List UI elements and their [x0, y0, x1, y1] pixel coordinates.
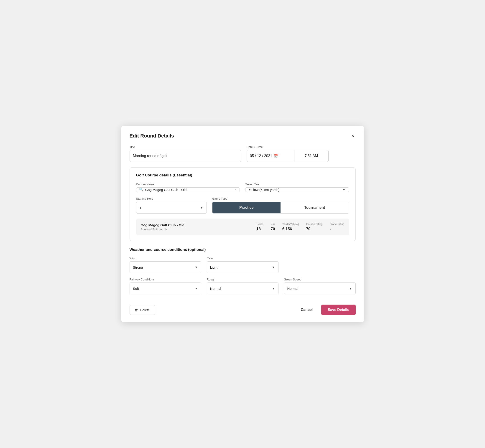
game-type-toggle: Practice Tournament: [212, 202, 349, 214]
date-input[interactable]: 05 / 12 / 2021 📅: [247, 150, 294, 162]
footer-divider: [121, 299, 364, 299]
time-value: 7:31 AM: [305, 154, 318, 158]
slope-rating-label: Slope rating: [330, 223, 344, 226]
par-value: 70: [271, 227, 275, 231]
rough-field: Rough Normal ▼: [207, 278, 278, 294]
title-field-group: Title: [129, 145, 241, 162]
rough-value: Normal: [210, 287, 221, 290]
footer-row: 🗑 Delete Cancel Save Details: [129, 304, 356, 315]
select-tee-value: Yellow (6,156 yards): [249, 188, 279, 192]
rough-chevron-icon: ▼: [272, 287, 275, 290]
delete-button[interactable]: 🗑 Delete: [129, 305, 155, 315]
hole-gametype-row: Starting Hole 1 ▼ Game Type Practice Tou…: [136, 197, 349, 214]
holes-label: Holes: [256, 223, 263, 226]
footer-right: Cancel Save Details: [297, 304, 356, 315]
wind-label: Wind: [129, 256, 201, 260]
course-name-value: Gog Magog Golf Club - Old: [145, 188, 233, 192]
save-button[interactable]: Save Details: [321, 304, 356, 315]
fairway-field: Fairway Conditions Soft ▼: [129, 278, 201, 294]
course-info-name-group: Gog Magog Golf Club - Old, Shelford Bott…: [141, 223, 249, 231]
close-button[interactable]: ×: [350, 133, 356, 139]
select-tee-field: Select Tee Yellow (6,156 yards) ▼: [245, 183, 349, 192]
wind-chevron-icon: ▼: [195, 265, 198, 269]
course-rating-label: Course rating: [306, 223, 323, 226]
par-stat: Par 70: [271, 223, 275, 231]
wind-rain-row: Wind Strong ▼ Rain Light ▼: [129, 256, 356, 273]
course-info-location: Shelford Bottom, UK: [141, 228, 249, 231]
starting-hole-value: 1: [140, 206, 141, 210]
green-speed-value: Normal: [287, 287, 298, 290]
weather-section: Weather and course conditions (optional)…: [129, 248, 356, 294]
starting-hole-dropdown[interactable]: 1 ▼: [136, 202, 207, 214]
chevron-down-icon-2: ▼: [200, 206, 203, 209]
datetime-label: Date & Time: [247, 145, 329, 149]
weather-section-title: Weather and course conditions (optional): [129, 248, 356, 252]
holes-stat: Holes 18: [256, 223, 263, 231]
date-value: 05 / 12 / 2021: [250, 154, 272, 158]
slope-rating-stat: Slope rating -: [330, 223, 344, 231]
course-name-input[interactable]: 🔍 Gog Magog Golf Club - Old ×: [136, 187, 240, 192]
green-speed-field: Green Speed Normal ▼: [284, 278, 356, 294]
rough-label: Rough: [207, 278, 278, 281]
game-type-field: Game Type Practice Tournament: [212, 197, 349, 214]
title-input[interactable]: [129, 150, 241, 162]
course-rating-stat: Course rating 70: [306, 223, 323, 231]
wind-field: Wind Strong ▼: [129, 256, 201, 273]
golf-course-section: Golf Course details (Essential) Course N…: [129, 167, 356, 241]
chevron-down-icon: ▼: [342, 188, 346, 192]
course-name-field: Course Name 🔍 Gog Magog Golf Club - Old …: [136, 183, 240, 192]
course-rating-value: 70: [306, 227, 310, 231]
rough-dropdown[interactable]: Normal ▼: [207, 282, 278, 294]
time-input[interactable]: 7:31 AM: [294, 150, 329, 162]
course-tee-row: Course Name 🔍 Gog Magog Golf Club - Old …: [136, 183, 349, 192]
search-icon: 🔍: [139, 188, 144, 192]
holes-value: 18: [256, 227, 261, 231]
green-speed-chevron-icon: ▼: [349, 287, 352, 290]
yards-value: 6,156: [282, 227, 292, 231]
rain-label: Rain: [207, 256, 278, 260]
course-info-name: Gog Magog Golf Club - Old,: [141, 223, 249, 227]
golf-section-title: Golf Course details (Essential): [136, 173, 349, 177]
top-row: Title Date & Time 05 / 12 / 2021 📅 7:31 …: [129, 145, 356, 162]
par-label: Par: [271, 223, 275, 226]
fairway-label: Fairway Conditions: [129, 278, 201, 281]
course-info-row: Gog Magog Golf Club - Old, Shelford Bott…: [136, 218, 349, 235]
title-label: Title: [129, 145, 241, 149]
course-name-label: Course Name: [136, 183, 240, 186]
yards-label: Yards(Yellow): [282, 223, 299, 226]
fairway-dropdown[interactable]: Soft ▼: [129, 282, 201, 294]
fairway-rough-green-row: Fairway Conditions Soft ▼ Rough Normal ▼…: [129, 278, 356, 294]
starting-hole-label: Starting Hole: [136, 197, 207, 200]
datetime-field-group: Date & Time 05 / 12 / 2021 📅 7:31 AM: [247, 145, 329, 162]
rain-value: Light: [210, 265, 218, 269]
rain-dropdown[interactable]: Light ▼: [207, 261, 278, 273]
practice-button[interactable]: Practice: [212, 202, 281, 213]
wind-value: Strong: [133, 265, 143, 269]
calendar-icon: 📅: [274, 154, 278, 158]
game-type-label: Game Type: [212, 197, 349, 200]
slope-rating-value: -: [330, 227, 331, 231]
select-tee-dropdown[interactable]: Yellow (6,156 yards) ▼: [245, 187, 349, 192]
rain-chevron-icon: ▼: [272, 265, 275, 269]
cancel-button[interactable]: Cancel: [297, 305, 317, 315]
modal-title: Edit Round Details: [129, 133, 174, 139]
delete-label: Delete: [140, 308, 150, 312]
rain-field: Rain Light ▼: [207, 256, 278, 273]
green-speed-dropdown[interactable]: Normal ▼: [284, 282, 356, 294]
yards-stat: Yards(Yellow) 6,156: [282, 223, 299, 231]
fairway-chevron-icon: ▼: [195, 287, 198, 290]
edit-round-modal: Edit Round Details × Title Date & Time 0…: [121, 126, 364, 322]
select-tee-label: Select Tee: [245, 183, 349, 186]
clear-icon[interactable]: ×: [235, 188, 237, 192]
fairway-value: Soft: [133, 287, 139, 290]
wind-dropdown[interactable]: Strong ▼: [129, 261, 201, 273]
tournament-button[interactable]: Tournament: [281, 202, 349, 213]
starting-hole-field: Starting Hole 1 ▼: [136, 197, 207, 214]
modal-header: Edit Round Details ×: [129, 133, 356, 139]
trash-icon: 🗑: [135, 308, 138, 312]
datetime-group: 05 / 12 / 2021 📅 7:31 AM: [247, 150, 329, 162]
green-speed-label: Green Speed: [284, 278, 356, 281]
